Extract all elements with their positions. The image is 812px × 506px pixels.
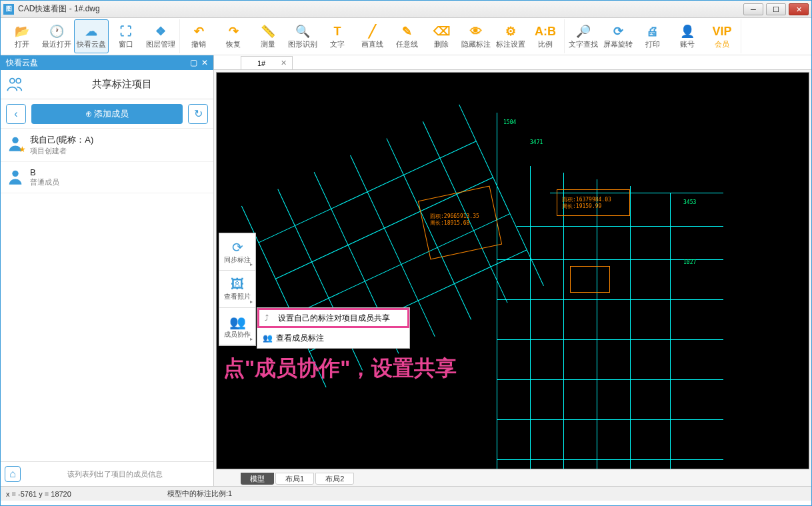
屏幕旋转-icon: ⟳	[610, 23, 626, 39]
cad-drawing: 1504 3471 面积:29665913.35 周长:18915.68 面积:…	[217, 73, 809, 469]
layout-tabs: 模型布局1布局2	[214, 471, 811, 486]
view-member-annotation-option[interactable]: 👥 查看成员标注	[257, 328, 409, 348]
toolbar-比例[interactable]: A:B比例	[528, 19, 563, 53]
svg-point-1	[16, 78, 21, 83]
scale-display: 模型中的标注比例:1	[167, 489, 232, 499]
toolbar-label: 账号	[680, 39, 695, 49]
toolbar-任意线[interactable]: ✎任意线	[389, 19, 424, 53]
恢复-icon: ↷	[225, 23, 241, 39]
member-role: 项目创建者	[30, 146, 93, 156]
window-title: CAD快速看图 - 1#.dwg	[18, 3, 100, 15]
toolbar-label: 图层管理	[146, 39, 175, 49]
expand-arrow-icon: ▸	[250, 261, 253, 267]
panel-footer: ⌂ 该列表列出了项目的成员信息	[1, 461, 213, 486]
文字查找-icon: 🔎	[575, 23, 591, 39]
close-button[interactable]: ✕	[789, 3, 809, 15]
toolbar-测量[interactable]: 📏测量	[251, 19, 285, 53]
close-tab-icon[interactable]: ✕	[281, 59, 287, 67]
toolbar-画直线[interactable]: ╱画直线	[355, 19, 389, 53]
expand-arrow-icon: ▸	[250, 336, 253, 342]
footer-hint: 该列表列出了项目的成员信息	[21, 469, 209, 479]
toolbar-屏幕旋转[interactable]: ⟳屏幕旋转	[601, 19, 635, 53]
members-icon	[1, 75, 30, 94]
toolbar-删除[interactable]: ⌫删除	[424, 19, 459, 53]
drawing-canvas[interactable]: 1504 3471 面积:29665913.35 周长:18915.68 面积:…	[216, 72, 809, 469]
member-item[interactable]: B普通成员	[1, 162, 213, 193]
toolbar-打开[interactable]: 📂打开	[5, 19, 39, 53]
avatar: ★	[6, 134, 25, 153]
toolbar-快看云盘[interactable]: ☁快看云盘	[74, 19, 109, 53]
minimize-button[interactable]: ─	[743, 3, 763, 15]
toolbar-label: 恢复	[226, 39, 241, 49]
toolbar-label: 标注设置	[496, 39, 525, 49]
比例-icon: A:B	[537, 23, 553, 39]
成员协作-icon: 👥	[229, 314, 246, 330]
toolbar-隐藏标注[interactable]: 👁隐藏标注	[459, 19, 493, 53]
member-item[interactable]: ★我自己(昵称：A)项目创建者	[1, 129, 213, 162]
窗口-icon: ⛶	[118, 23, 134, 39]
file-tab-label: 1#	[257, 59, 265, 67]
back-button[interactable]: ‹	[6, 104, 26, 124]
share-icon: ⤴	[265, 313, 278, 323]
toolbar-图层管理[interactable]: ❖图层管理	[143, 19, 178, 53]
statusbar: x = -5761 y = 18720 模型中的标注比例:1	[1, 486, 811, 501]
toolbar-恢复[interactable]: ↷恢复	[216, 19, 251, 53]
popup-item-label: 设置自己的标注对项目成员共享	[278, 313, 390, 324]
home-button[interactable]: ⌂	[5, 466, 21, 482]
toolbar-标注设置[interactable]: ⚙标注设置	[493, 19, 528, 53]
toolbar-撤销[interactable]: ↶撤销	[181, 19, 216, 53]
查看照片-icon: 🖼	[231, 277, 244, 292]
svg-point-0	[10, 78, 15, 83]
测量-icon: 📏	[260, 23, 276, 39]
refresh-button[interactable]: ↻	[188, 104, 208, 124]
add-member-button[interactable]: ⊕ 添加成员	[31, 104, 183, 124]
svg-point-3	[12, 171, 18, 177]
toolbar-文字[interactable]: T文字	[320, 19, 355, 53]
layout-tab[interactable]: 布局1	[275, 473, 314, 485]
side-tool-同步标注[interactable]: ⟳同步标注▸	[219, 233, 255, 271]
close-panel-icon[interactable]: ✕	[201, 58, 208, 67]
maximize-button[interactable]: ☐	[766, 3, 786, 15]
toolbar-label: 比例	[538, 39, 553, 49]
side-tool-成员协作[interactable]: 👥成员协作▸	[219, 308, 255, 345]
member-list: ★我自己(昵称：A)项目创建者B普通成员	[1, 129, 213, 461]
coords-display: x = -5761 y = 18720	[6, 490, 71, 498]
标注设置-icon: ⚙	[503, 23, 519, 39]
panel-title-row: 共享标注项目	[1, 70, 213, 99]
打印-icon: 🖨	[645, 23, 661, 39]
svg-point-2	[12, 137, 18, 143]
layout-tab[interactable]: 布局2	[315, 473, 354, 485]
avatar	[6, 167, 25, 186]
share-annotation-option[interactable]: ⤴ 设置自己的标注对项目成员共享	[257, 308, 409, 328]
toolbar-图形识别[interactable]: 🔍图形识别	[285, 19, 320, 53]
toolbar-窗口[interactable]: ⛶窗口	[109, 19, 143, 53]
toolbar-label: 画直线	[361, 39, 383, 49]
文字-icon: T	[329, 23, 345, 39]
toolbar-文字查找[interactable]: 🔎文字查找	[566, 19, 601, 53]
window-controls: ─ ☐ ✕	[743, 3, 809, 15]
titlebar: 图 CAD快速看图 - 1#.dwg ─ ☐ ✕	[1, 1, 811, 18]
toolbar-账号[interactable]: 👤账号	[670, 19, 705, 53]
toolbar-label: 打开	[15, 39, 29, 49]
toolbar-最近打开[interactable]: 🕐最近打开	[39, 19, 74, 53]
canvas-area: 1# ✕	[214, 55, 811, 486]
popup-item-label: 查看成员标注	[276, 333, 324, 344]
side-tool-查看照片[interactable]: 🖼查看照片▸	[219, 271, 255, 308]
dim-label: 1027	[683, 259, 696, 265]
toolbar-会员[interactable]: VIP会员	[705, 19, 739, 53]
toolbar-label: 任意线	[396, 39, 418, 49]
panel-actions: ‹ ⊕ 添加成员 ↻	[1, 99, 213, 129]
toolbar-打印[interactable]: 🖨打印	[635, 19, 670, 53]
floating-tools: ⟳同步标注▸🖼查看照片▸👥成员协作▸	[219, 233, 256, 346]
collab-popup: ⤴ 设置自己的标注对项目成员共享 👥 查看成员标注	[257, 307, 410, 349]
file-tab[interactable]: 1# ✕	[241, 56, 293, 69]
toolbar-label: 最近打开	[42, 39, 71, 49]
撤销-icon: ↶	[191, 23, 207, 39]
打开-icon: 📂	[14, 23, 30, 39]
pin-icon[interactable]: ▢	[190, 58, 197, 67]
main-toolbar: 📂打开🕐最近打开☁快看云盘⛶窗口❖图层管理↶撤销↷恢复📏测量🔍图形识别T文字╱画…	[1, 18, 811, 55]
画直线-icon: ╱	[364, 23, 380, 39]
layout-tab[interactable]: 模型	[241, 473, 274, 485]
任意线-icon: ✎	[399, 23, 415, 39]
账号-icon: 👤	[679, 23, 695, 39]
